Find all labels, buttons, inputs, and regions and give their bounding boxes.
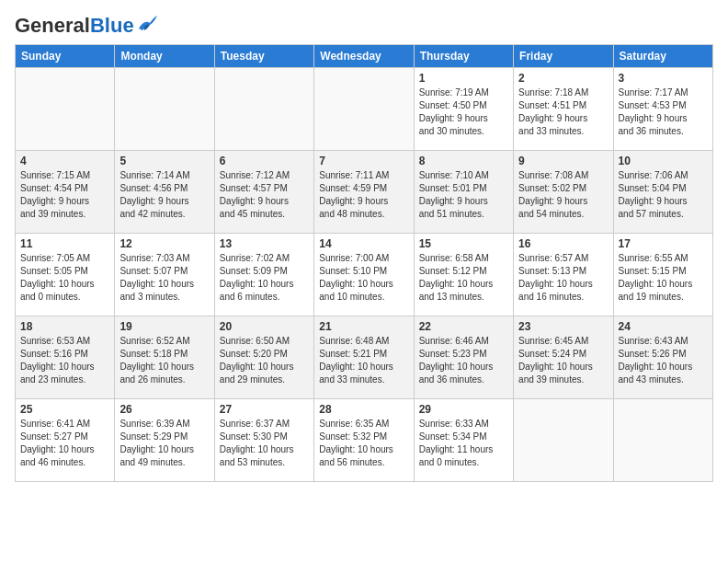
logo-bird-icon	[137, 16, 157, 32]
calendar-week-row: 4Sunrise: 7:15 AM Sunset: 4:54 PM Daylig…	[16, 151, 713, 234]
table-row	[314, 68, 414, 151]
day-number: 13	[220, 237, 309, 250]
day-info: Sunrise: 7:03 AM Sunset: 5:07 PM Dayligh…	[119, 252, 209, 304]
day-number: 28	[319, 403, 408, 416]
col-header-tuesday: Tuesday	[214, 45, 313, 68]
logo-blue: Blue	[90, 14, 134, 37]
day-number: 27	[220, 403, 309, 416]
page-header: GeneralBlue	[15, 15, 713, 37]
table-row: 5Sunrise: 7:14 AM Sunset: 4:56 PM Daylig…	[115, 151, 214, 234]
day-number: 15	[419, 237, 508, 250]
day-info: Sunrise: 7:06 AM Sunset: 5:04 PM Dayligh…	[619, 169, 708, 221]
table-row: 13Sunrise: 7:02 AM Sunset: 5:09 PM Dayli…	[214, 234, 313, 316]
day-number: 11	[20, 237, 109, 250]
calendar-week-row: 11Sunrise: 7:05 AM Sunset: 5:05 PM Dayli…	[16, 234, 713, 316]
col-header-saturday: Saturday	[613, 45, 712, 68]
table-row: 27Sunrise: 6:37 AM Sunset: 5:30 PM Dayli…	[214, 399, 313, 482]
day-info: Sunrise: 6:58 AM Sunset: 5:12 PM Dayligh…	[419, 252, 508, 304]
day-number: 9	[518, 155, 608, 167]
table-row: 19Sunrise: 6:52 AM Sunset: 5:18 PM Dayli…	[115, 316, 214, 399]
day-info: Sunrise: 6:33 AM Sunset: 5:34 PM Dayligh…	[419, 418, 508, 469]
day-info: Sunrise: 7:19 AM Sunset: 4:50 PM Dayligh…	[419, 86, 508, 138]
day-number: 7	[319, 155, 408, 167]
calendar-week-row: 18Sunrise: 6:53 AM Sunset: 5:16 PM Dayli…	[16, 316, 713, 399]
day-info: Sunrise: 7:08 AM Sunset: 5:02 PM Dayligh…	[518, 169, 608, 221]
table-row: 3Sunrise: 7:17 AM Sunset: 4:53 PM Daylig…	[613, 68, 712, 151]
day-number: 19	[119, 320, 209, 333]
calendar-week-row: 1Sunrise: 7:19 AM Sunset: 4:50 PM Daylig…	[16, 68, 713, 151]
day-info: Sunrise: 6:35 AM Sunset: 5:32 PM Dayligh…	[319, 418, 408, 469]
table-row: 18Sunrise: 6:53 AM Sunset: 5:16 PM Dayli…	[16, 316, 115, 399]
day-info: Sunrise: 7:05 AM Sunset: 5:05 PM Dayligh…	[20, 252, 109, 304]
table-row: 14Sunrise: 7:00 AM Sunset: 5:10 PM Dayli…	[314, 234, 414, 316]
day-number: 20	[220, 320, 309, 333]
day-info: Sunrise: 6:55 AM Sunset: 5:15 PM Dayligh…	[619, 252, 708, 304]
day-info: Sunrise: 6:57 AM Sunset: 5:13 PM Dayligh…	[518, 252, 608, 304]
day-number: 23	[518, 320, 608, 333]
table-row: 17Sunrise: 6:55 AM Sunset: 5:15 PM Dayli…	[613, 234, 712, 316]
logo: GeneralBlue	[15, 15, 157, 37]
calendar-table: SundayMondayTuesdayWednesdayThursdayFrid…	[15, 44, 713, 482]
col-header-friday: Friday	[514, 45, 613, 68]
day-info: Sunrise: 6:45 AM Sunset: 5:24 PM Dayligh…	[518, 335, 608, 386]
logo-general: General	[15, 14, 90, 37]
table-row: 25Sunrise: 6:41 AM Sunset: 5:27 PM Dayli…	[16, 399, 115, 482]
day-info: Sunrise: 6:39 AM Sunset: 5:29 PM Dayligh…	[119, 418, 209, 469]
day-info: Sunrise: 6:50 AM Sunset: 5:20 PM Dayligh…	[220, 335, 309, 386]
day-number: 3	[619, 72, 708, 85]
table-row: 15Sunrise: 6:58 AM Sunset: 5:12 PM Dayli…	[414, 234, 513, 316]
table-row: 23Sunrise: 6:45 AM Sunset: 5:24 PM Dayli…	[514, 316, 613, 399]
table-row: 29Sunrise: 6:33 AM Sunset: 5:34 PM Dayli…	[414, 399, 513, 482]
table-row: 2Sunrise: 7:18 AM Sunset: 4:51 PM Daylig…	[514, 68, 613, 151]
day-info: Sunrise: 6:37 AM Sunset: 5:30 PM Dayligh…	[220, 418, 309, 469]
day-info: Sunrise: 6:52 AM Sunset: 5:18 PM Dayligh…	[119, 335, 209, 386]
day-info: Sunrise: 6:48 AM Sunset: 5:21 PM Dayligh…	[319, 335, 408, 386]
day-number: 4	[20, 155, 109, 167]
table-row: 16Sunrise: 6:57 AM Sunset: 5:13 PM Dayli…	[514, 234, 613, 316]
table-row: 7Sunrise: 7:11 AM Sunset: 4:59 PM Daylig…	[314, 151, 414, 234]
day-info: Sunrise: 6:41 AM Sunset: 5:27 PM Dayligh…	[20, 418, 109, 469]
day-number: 24	[619, 320, 708, 333]
table-row: 10Sunrise: 7:06 AM Sunset: 5:04 PM Dayli…	[613, 151, 712, 234]
day-number: 29	[419, 403, 508, 416]
day-info: Sunrise: 7:17 AM Sunset: 4:53 PM Dayligh…	[619, 86, 708, 138]
calendar-week-row: 25Sunrise: 6:41 AM Sunset: 5:27 PM Dayli…	[16, 399, 713, 482]
day-number: 5	[119, 155, 209, 167]
day-number: 26	[119, 403, 209, 416]
table-row: 26Sunrise: 6:39 AM Sunset: 5:29 PM Dayli…	[115, 399, 214, 482]
col-header-wednesday: Wednesday	[314, 45, 414, 68]
day-number: 22	[419, 320, 508, 333]
day-info: Sunrise: 7:00 AM Sunset: 5:10 PM Dayligh…	[319, 252, 408, 304]
col-header-sunday: Sunday	[16, 45, 115, 68]
day-number: 14	[319, 237, 408, 250]
day-number: 8	[419, 155, 508, 167]
table-row: 24Sunrise: 6:43 AM Sunset: 5:26 PM Dayli…	[613, 316, 712, 399]
table-row: 28Sunrise: 6:35 AM Sunset: 5:32 PM Dayli…	[314, 399, 414, 482]
table-row: 8Sunrise: 7:10 AM Sunset: 5:01 PM Daylig…	[414, 151, 513, 234]
table-row	[115, 68, 214, 151]
table-row: 4Sunrise: 7:15 AM Sunset: 4:54 PM Daylig…	[16, 151, 115, 234]
day-info: Sunrise: 7:12 AM Sunset: 4:57 PM Dayligh…	[220, 169, 309, 221]
table-row	[514, 399, 613, 482]
day-number: 18	[20, 320, 109, 333]
day-number: 12	[119, 237, 209, 250]
table-row: 9Sunrise: 7:08 AM Sunset: 5:02 PM Daylig…	[514, 151, 613, 234]
day-info: Sunrise: 6:43 AM Sunset: 5:26 PM Dayligh…	[619, 335, 708, 386]
table-row: 22Sunrise: 6:46 AM Sunset: 5:23 PM Dayli…	[414, 316, 513, 399]
day-info: Sunrise: 7:11 AM Sunset: 4:59 PM Dayligh…	[319, 169, 408, 221]
table-row: 11Sunrise: 7:05 AM Sunset: 5:05 PM Dayli…	[16, 234, 115, 316]
day-info: Sunrise: 7:18 AM Sunset: 4:51 PM Dayligh…	[518, 86, 608, 138]
col-header-monday: Monday	[115, 45, 214, 68]
table-row: 6Sunrise: 7:12 AM Sunset: 4:57 PM Daylig…	[214, 151, 313, 234]
day-number: 21	[319, 320, 408, 333]
table-row: 12Sunrise: 7:03 AM Sunset: 5:07 PM Dayli…	[115, 234, 214, 316]
day-number: 25	[20, 403, 109, 416]
day-info: Sunrise: 7:14 AM Sunset: 4:56 PM Dayligh…	[119, 169, 209, 221]
table-row	[613, 399, 712, 482]
calendar-header-row: SundayMondayTuesdayWednesdayThursdayFrid…	[16, 45, 713, 68]
col-header-thursday: Thursday	[414, 45, 513, 68]
day-number: 1	[419, 72, 508, 85]
table-row: 21Sunrise: 6:48 AM Sunset: 5:21 PM Dayli…	[314, 316, 414, 399]
day-number: 16	[518, 237, 608, 250]
day-info: Sunrise: 7:10 AM Sunset: 5:01 PM Dayligh…	[419, 169, 508, 221]
